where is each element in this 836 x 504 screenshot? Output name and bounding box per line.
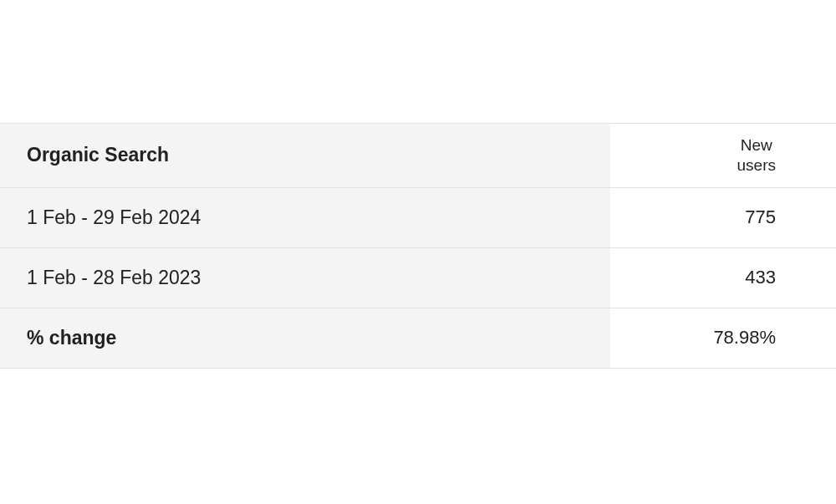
table-row: % change 78.98%	[0, 308, 836, 369]
table-row: 1 Feb - 28 Feb 2023 433	[0, 248, 836, 308]
row-value: 78.98%	[610, 308, 836, 368]
row-label: % change	[0, 308, 610, 368]
row-header-label: Organic Search	[0, 124, 610, 187]
metric-header[interactable]: New users	[610, 124, 836, 187]
row-label: 1 Feb - 28 Feb 2023	[0, 248, 610, 308]
metric-header-line2: users	[737, 155, 776, 176]
metric-header-line1: New	[737, 135, 776, 155]
row-value: 775	[610, 188, 836, 247]
comparison-table: Organic Search New users 1 Feb - 29 Feb …	[0, 123, 836, 369]
row-value: 433	[610, 248, 836, 308]
table-header-row: Organic Search New users	[0, 123, 836, 188]
table-row: 1 Feb - 29 Feb 2024 775	[0, 188, 836, 248]
row-label: 1 Feb - 29 Feb 2024	[0, 188, 610, 247]
